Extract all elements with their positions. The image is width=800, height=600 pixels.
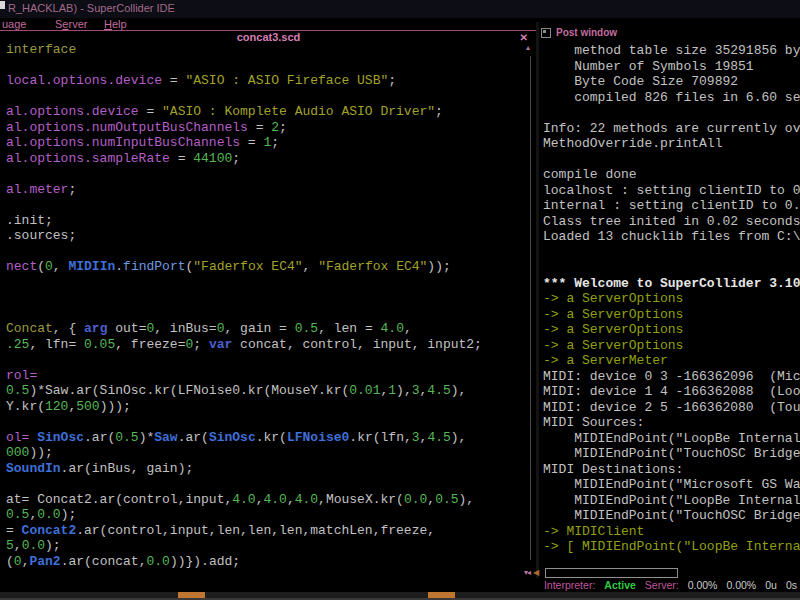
menu-item-language[interactable]: uage	[2, 18, 26, 30]
window-icon	[0, 1, 5, 9]
post-window[interactable]: Post window method table size 35291856 b…	[539, 22, 800, 568]
code-line: .sources;	[6, 228, 530, 244]
post-line: MIDI: device 0 3 -166362096 (Mic	[543, 369, 800, 385]
post-line: -> [ MIDIEndPoint("LoopBe Interna	[543, 539, 800, 555]
supercollider-ide-window: { "window": { "title": "R_HACKLAB) - Sup…	[0, 0, 800, 600]
code-line	[6, 290, 530, 306]
code-line: Concat, { arg out=0, inBus=0, gain = 0.5…	[6, 321, 530, 337]
code-line	[6, 244, 530, 260]
post-line: MIDIEndPoint("LoopBe Internal	[543, 493, 800, 509]
code-line: .init;	[6, 213, 530, 229]
post-line: -> a ServerOptions	[543, 338, 800, 354]
post-line: MIDI Sources:	[543, 415, 800, 431]
post-line: -> MIDIClient	[543, 524, 800, 540]
code-line	[6, 414, 530, 430]
post-line: -> a ServerOptions	[543, 322, 800, 338]
post-horizontal-scrollbar-thumb[interactable]	[545, 568, 678, 578]
code-line: 000));	[6, 445, 530, 461]
code-line	[6, 89, 530, 105]
code-line: 0.5,0.0);	[6, 507, 530, 523]
window-title: R_HACKLAB) - SuperCollider IDE	[8, 2, 175, 14]
post-line: MethodOverride.printAll	[543, 136, 800, 152]
code-line: al.options.device = "ASIO : Komplete Aud…	[6, 104, 530, 120]
post-line: MIDI: device 1 4 -166362088 (Loo	[543, 384, 800, 400]
menu-item-server[interactable]: Server	[55, 18, 87, 30]
code-line: rol=	[6, 368, 530, 384]
post-window-title: Post window	[556, 27, 617, 38]
interpreter-label: Interpreter:	[544, 578, 595, 592]
post-scroll-left-icon[interactable]: ◀	[533, 569, 539, 577]
post-line: compile done	[543, 167, 800, 183]
code-line: local.options.device = "ASIO : ASIO Fire…	[6, 73, 530, 89]
post-line: Class tree inited in 0.02 seconds	[543, 214, 800, 230]
post-line	[543, 245, 800, 261]
title-bar[interactable]: R_HACKLAB) - SuperCollider IDE	[0, 0, 800, 18]
code-line: SoundIn.ar(inBus, gain);	[6, 461, 530, 477]
code-line	[6, 197, 530, 213]
code-line	[6, 166, 530, 182]
menu-item-language-label: uage	[2, 18, 26, 30]
code-line: Y.kr(120,500)));	[6, 399, 530, 415]
code-line	[6, 275, 530, 291]
post-line: MIDIEndPoint("TouchOSC Bridge	[543, 508, 800, 524]
code-line	[6, 476, 530, 492]
code-line	[6, 58, 530, 74]
editor-vertical-scrollbar[interactable]: ▴ ▾◂	[524, 42, 536, 578]
code-line: nect(0, MIDIIn.findPort("Faderfox EC4", …	[6, 259, 530, 275]
post-line: MIDI Destinations:	[543, 462, 800, 478]
post-window-dock-icon[interactable]	[541, 28, 551, 38]
post-line: Number of Symbols 19851	[543, 59, 800, 75]
code-line: al.options.numOutputBusChannels = 2;	[6, 120, 530, 136]
scroll-down-left-icons[interactable]: ▾◂	[524, 569, 530, 577]
post-line: -> a ServerOptions	[543, 307, 800, 323]
code-line: at= Concat2.ar(control,input,4.0,4.0,4.0…	[6, 492, 530, 508]
code-editor[interactable]: interface local.options.device = "ASIO :…	[0, 42, 530, 578]
post-line: -> a ServerOptions	[543, 291, 800, 307]
menu-item-help[interactable]: Help	[104, 18, 127, 30]
post-line: compiled 826 files in 6.60 sec	[543, 90, 800, 106]
server-label: Server:	[645, 578, 679, 592]
post-line: Info: 22 methods are currently ove	[543, 121, 800, 137]
post-line	[543, 260, 800, 276]
post-line: internal : setting clientID to 0.	[543, 198, 800, 214]
post-line: Loaded 13 chucklib files from C:\U	[543, 229, 800, 245]
scrollbar-track[interactable]	[530, 56, 531, 560]
code-line: al.options.sampleRate = 44100;	[6, 151, 530, 167]
code-line: al.options.numInputBusChannels = 1;	[6, 135, 530, 151]
code-line: al.meter;	[6, 182, 530, 198]
post-line: MIDIEndPoint("TouchOSC Bridge	[543, 446, 800, 462]
scroll-up-icon[interactable]: ▴	[526, 44, 530, 52]
post-line: method table size 35291856 byt	[543, 43, 800, 59]
post-line	[543, 152, 800, 168]
post-line: MIDIEndPoint("Microsoft GS Wa	[543, 477, 800, 493]
post-line: MIDI: device 2 5 -166362080 (Tou	[543, 400, 800, 416]
code-line: ol= SinOsc.ar(0.5)*Saw.ar(SinOsc.kr(LFNo…	[6, 430, 530, 446]
post-line: -> a ServerMeter	[543, 353, 800, 369]
code-line: interface	[6, 42, 530, 58]
taskbar	[0, 592, 800, 600]
server-cpu-peak: 0.00%	[726, 578, 756, 592]
code-line: (0,Pan2.ar(concat,0.0))}).add;	[6, 554, 530, 570]
status-right-group: Interpreter: Active Server: 0.00% 0.00% …	[544, 578, 797, 592]
server-ugens: 0u	[765, 578, 777, 592]
post-line: MIDIEndPoint("LoopBe Internal	[543, 431, 800, 447]
post-line	[543, 105, 800, 121]
code-line: .25, lfn= 0.05, freeze=0; var concat, co…	[6, 337, 530, 353]
code-line	[6, 306, 530, 322]
post-line: localhost : setting clientID to 0	[543, 183, 800, 199]
code-line: = Concat2.ar(control,input,len,len,len,m…	[6, 523, 530, 539]
post-line: *** Welcome to SuperCollider 3.10	[543, 276, 800, 292]
post-window-log[interactable]: method table size 35291856 byt Number of…	[543, 43, 800, 555]
server-synths: 0s	[786, 578, 797, 592]
interpreter-status: Active	[604, 578, 636, 592]
status-bar: Interpreter: Active Server: 0.00% 0.00% …	[0, 578, 800, 592]
code-line: 5,0.0);	[6, 538, 530, 554]
code-line: 0.5)*Saw.ar(SinOsc.kr(LFNoise0.kr(MouseY…	[6, 383, 530, 399]
post-line: Byte Code Size 709892	[543, 74, 800, 90]
code-line	[6, 352, 530, 368]
server-cpu-avg: 0.00%	[688, 578, 718, 592]
